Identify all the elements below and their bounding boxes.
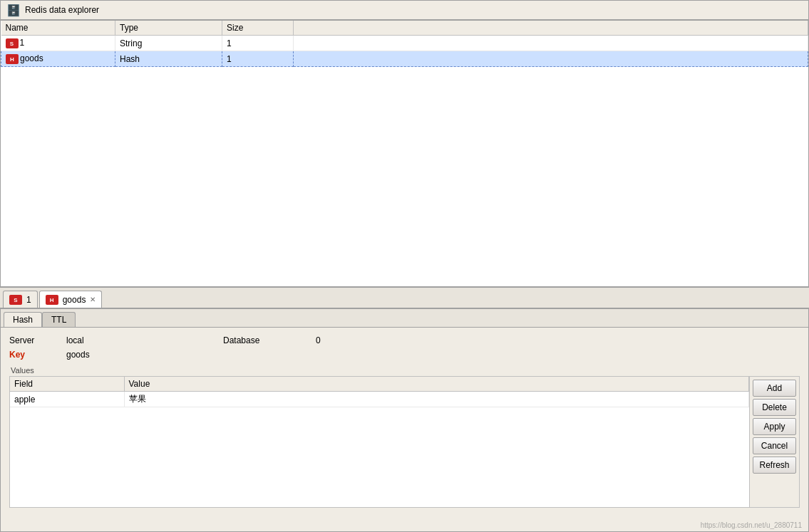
row-name-cell: goods — [1, 51, 115, 67]
row-size-cell: 1 — [222, 36, 294, 51]
hash-cube-icon — [46, 295, 58, 305]
tab-goods[interactable]: goods ✕ — [39, 291, 103, 308]
value-col-header: Value — [124, 377, 749, 392]
col-header-name: Name — [1, 21, 115, 36]
row-size-cell: 1 — [222, 51, 294, 67]
tab-1-label: 1 — [26, 295, 31, 305]
inner-tab-ttl[interactable]: TTL — [42, 312, 76, 327]
title-bar: 🗄️ Redis data explorer — [0, 0, 809, 20]
server-value: local — [66, 335, 223, 345]
server-label: Server — [9, 335, 66, 345]
table-row[interactable]: 1String1 — [1, 36, 808, 51]
col-header-size: Size — [222, 21, 294, 36]
col-header-type: Type — [115, 21, 222, 36]
tab-1[interactable]: 1 — [3, 291, 38, 308]
data-table: Name Type Size 1String1goodsHash1 — [1, 21, 808, 67]
col-header-extra — [294, 21, 808, 36]
values-label: Values — [9, 366, 800, 375]
tab-close-goods[interactable]: ✕ — [90, 296, 96, 303]
table-row[interactable]: goodsHash1 — [1, 51, 808, 67]
bottom-panel: Hash TTL Server local Database 0 Key goo… — [0, 308, 809, 532]
cancel-button[interactable]: Cancel — [753, 437, 796, 454]
inner-tab-bar: Hash TTL — [1, 309, 808, 328]
field-col-header: Field — [10, 377, 124, 392]
row-name-cell: 1 — [1, 36, 115, 51]
tab-bar: 1 goods ✕ — [0, 287, 809, 308]
string-cube-icon — [9, 295, 22, 305]
database-value: 0 — [316, 335, 321, 345]
delete-button[interactable]: Delete — [753, 399, 796, 416]
tab-goods-label: goods — [63, 295, 86, 305]
values-section: Field Value apple苹果 Add Delete Apply Can… — [9, 376, 800, 508]
server-row: Server local Database 0 — [9, 333, 800, 348]
watermark: https://blog.csdn.net/u_2880711 — [701, 521, 802, 529]
key-label: Key — [9, 350, 66, 360]
inner-tab-hash[interactable]: Hash — [4, 312, 42, 327]
row-extra-cell — [294, 36, 808, 51]
top-panel: Name Type Size 1String1goodsHash1 — [0, 20, 809, 287]
content-area: Server local Database 0 Key goods Values… — [1, 328, 808, 513]
add-button[interactable]: Add — [753, 380, 796, 397]
redis-icon: 🗄️ — [6, 4, 21, 17]
key-row: Key goods — [9, 348, 800, 362]
refresh-button[interactable]: Refresh — [753, 457, 796, 474]
hash-cube-icon — [6, 54, 19, 64]
string-cube-icon — [6, 38, 19, 48]
value-cell: 苹果 — [124, 392, 749, 407]
values-table-area: Field Value apple苹果 — [10, 377, 749, 507]
field-cell: apple — [10, 392, 124, 407]
row-type-cell: Hash — [115, 51, 222, 67]
window-title: Redis data explorer — [25, 5, 99, 15]
apply-button[interactable]: Apply — [753, 418, 796, 435]
buttons-panel: Add Delete Apply Cancel Refresh — [749, 377, 799, 507]
key-value: goods — [66, 350, 90, 360]
row-type-cell: String — [115, 36, 222, 51]
row-extra-cell — [294, 51, 808, 67]
values-table: Field Value apple苹果 — [10, 377, 749, 407]
values-row[interactable]: apple苹果 — [10, 392, 749, 407]
database-label: Database — [223, 335, 309, 345]
